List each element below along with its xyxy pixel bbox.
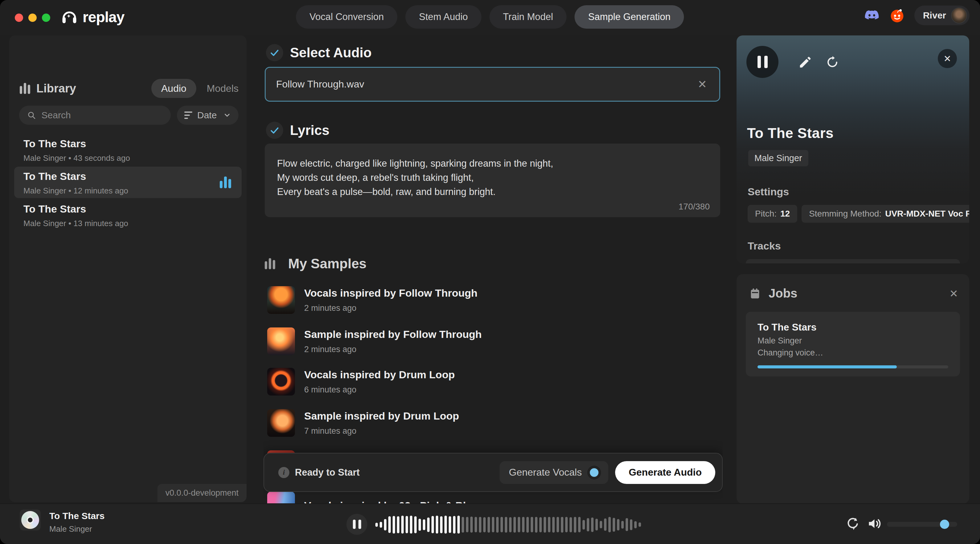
tracks-heading: Tracks: [748, 240, 781, 252]
toggle-on-dot: [588, 466, 600, 479]
regenerate-icon[interactable]: [825, 55, 840, 71]
sample-item-6[interactable]: Vocals inspired by 02 - Pink & Blue: [267, 491, 478, 503]
select-audio-heading: Select Audio: [266, 44, 372, 61]
sample-item-2[interactable]: Sample inspired by Follow Through 2 minu…: [267, 327, 482, 355]
now-playing-art: [20, 509, 41, 530]
audio-file-input[interactable]: Follow Through.wav ✕: [265, 67, 720, 102]
lyrics-textarea[interactable]: Flow electric, charged like lightning, s…: [265, 144, 720, 217]
generate-vocals-toggle[interactable]: Generate Vocals: [500, 461, 608, 484]
sort-label: Date: [197, 110, 216, 121]
app-window: replay Vocal Conversion Stem Audio Train…: [0, 0, 980, 544]
job-progress-fill: [757, 365, 897, 368]
sort-dropdown[interactable]: Date: [177, 106, 239, 125]
sample-artwork: [267, 368, 295, 395]
generation-action-bar: i Ready to Start Generate Vocals Generat…: [264, 453, 723, 492]
pause-button[interactable]: [746, 46, 778, 78]
job-title: To The Stars: [757, 322, 948, 333]
edit-icon[interactable]: [798, 55, 812, 71]
generate-audio-button[interactable]: Generate Audio: [615, 461, 715, 484]
check-icon: [266, 122, 283, 139]
status-text: Ready to Start: [295, 467, 360, 478]
search-icon: [27, 110, 36, 120]
lyrics-char-counter: 170/380: [679, 202, 710, 212]
sample-generation-panel: Select Audio Follow Through.wav ✕ Lyrics…: [264, 35, 723, 503]
jobs-icon: [749, 287, 761, 300]
waveform[interactable]: [375, 515, 634, 534]
library-item-subtitle: Male Singer • 43 seconds ago: [24, 154, 232, 163]
clear-file-icon[interactable]: ✕: [696, 78, 709, 91]
check-icon: [266, 44, 283, 61]
library-item-title: To The Stars: [24, 170, 232, 182]
cd-disc-icon: [21, 511, 39, 529]
sample-item-1[interactable]: Vocals inspired by Follow Through 2 minu…: [267, 286, 477, 314]
tab-train-model[interactable]: Train Model: [489, 5, 567, 29]
headphones-icon: [60, 8, 78, 26]
discord-icon[interactable]: [864, 7, 880, 24]
volume-icon[interactable]: [867, 515, 883, 533]
titlebar-right: River: [864, 6, 969, 25]
main-nav: Vocal Conversion Stem Audio Train Model …: [296, 5, 684, 29]
volume-thumb[interactable]: [940, 520, 949, 529]
reddit-icon[interactable]: [889, 7, 905, 24]
lyrics-text: Flow electric, charged like lightning, s…: [277, 157, 708, 199]
close-jobs-icon[interactable]: ✕: [950, 287, 958, 300]
sample-item-4[interactable]: Sample inspired by Drum Loop 7 minutes a…: [267, 409, 459, 437]
pitch-chip: Pitch: 12: [748, 205, 797, 223]
my-samples-heading: My Samples: [265, 256, 366, 271]
sample-artwork: [267, 327, 295, 355]
library-icon: [20, 83, 30, 94]
library-sidebar: Library Audio Models Date: [9, 35, 247, 502]
selected-file-name: Follow Through.wav: [276, 79, 696, 90]
library-search[interactable]: [19, 106, 171, 125]
track-model: Male Singer: [748, 150, 808, 167]
now-playing-artist: Male Singer: [49, 524, 105, 534]
track-detail-panel: ✕ To The Stars Male Singer Settings Pitc…: [737, 35, 969, 263]
track-title: To The Stars: [747, 125, 834, 141]
window-minimize-button[interactable]: [29, 14, 37, 22]
volume-slider[interactable]: [887, 522, 957, 527]
user-menu[interactable]: River: [914, 6, 969, 25]
jobs-heading: Jobs: [768, 287, 797, 300]
search-input[interactable]: [41, 110, 163, 121]
version-label: v0.0.0-development: [158, 484, 247, 502]
filter-audio-tab[interactable]: Audio: [151, 79, 196, 98]
lyrics-heading: Lyrics: [266, 122, 329, 139]
sample-artwork: [267, 409, 295, 437]
sample-artwork: [267, 286, 295, 314]
library-item-1[interactable]: To The Stars Male Singer • 43 seconds ag…: [14, 134, 242, 165]
filter-models-tab[interactable]: Models: [207, 83, 239, 94]
tab-sample-generation[interactable]: Sample Generation: [575, 5, 684, 29]
library-item-3[interactable]: To The Stars Male Singer • 13 minutes ag…: [14, 199, 242, 231]
close-panel-icon[interactable]: ✕: [938, 49, 957, 68]
samples-icon: [265, 258, 275, 269]
sample-artwork: [267, 492, 295, 503]
repeat-icon[interactable]: [845, 516, 861, 533]
track-converted-vocals[interactable]: Converted Vocals: [746, 259, 960, 263]
library-item-title: To The Stars: [24, 203, 232, 215]
sample-item-3[interactable]: Vocals inspired by Drum Loop 6 minutes a…: [267, 368, 455, 396]
library-header: Library Audio Models: [20, 79, 239, 98]
sort-icon: [184, 109, 192, 121]
job-progress-bar: [757, 365, 948, 368]
app-name: replay: [83, 9, 124, 25]
playback-pause-button[interactable]: [347, 514, 368, 535]
library-item-title: To The Stars: [24, 138, 232, 150]
window-close-button[interactable]: [15, 14, 23, 22]
now-playing-equalizer-icon: [220, 176, 231, 188]
settings-heading: Settings: [748, 186, 789, 198]
window-zoom-button[interactable]: [42, 14, 50, 22]
library-title: Library: [37, 82, 76, 95]
info-icon: i: [278, 467, 290, 478]
library-item-2-selected[interactable]: To The Stars Male Singer • 12 minutes ag…: [14, 167, 242, 198]
app-logo: replay: [60, 8, 124, 26]
library-item-subtitle: Male Singer • 13 minutes ago: [24, 219, 232, 228]
job-model: Male Singer: [757, 336, 948, 346]
playback-bar: To The Stars Male Singer: [0, 503, 980, 544]
tab-vocal-conversion[interactable]: Vocal Conversion: [296, 5, 397, 29]
user-avatar: [951, 7, 967, 24]
tab-stem-audio[interactable]: Stem Audio: [406, 5, 482, 29]
now-playing-title: To The Stars: [49, 511, 105, 521]
user-name: River: [923, 10, 946, 21]
jobs-panel: Jobs ✕ To The Stars Male Singer Changing…: [737, 274, 969, 504]
titlebar: replay Vocal Conversion Stem Audio Train…: [0, 0, 980, 35]
